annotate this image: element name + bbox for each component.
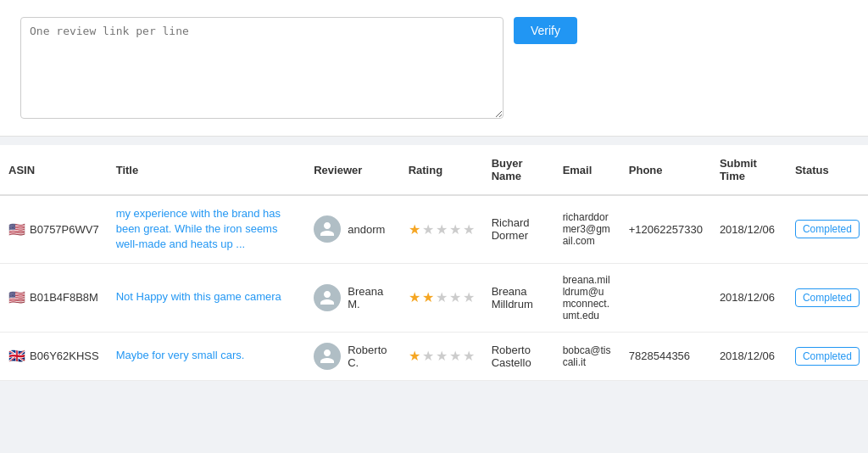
table-header-row: ASIN Title Reviewer Rating Buyer Name Em… — [0, 145, 868, 195]
star: ★ — [409, 221, 420, 238]
asin-value: B06Y62KHSS — [30, 350, 99, 362]
avatar — [314, 215, 341, 243]
flag-icon: 🇺🇸 — [8, 221, 25, 238]
cell-email: breana.milldrum@umconnect.umt.edu — [554, 263, 620, 332]
cell-phone: 7828544356 — [620, 332, 711, 380]
star: ★ — [409, 289, 420, 305]
col-rating: Rating — [400, 145, 483, 195]
verify-button[interactable]: Verify — [514, 17, 577, 44]
col-reviewer: Reviewer — [305, 145, 399, 195]
cell-asin: 🇺🇸B0757P6WV7 — [0, 195, 108, 263]
col-status: Status — [787, 145, 868, 195]
star: ★ — [422, 221, 434, 238]
star-rating: ★★★★★ — [409, 289, 475, 305]
cell-buyer-name: Roberto Castello — [483, 332, 554, 380]
cell-phone: +12062257330 — [620, 195, 711, 263]
star: ★ — [436, 221, 448, 238]
status-badge: Completed — [795, 347, 860, 366]
cell-reviewer: Breana M. — [305, 263, 399, 332]
cell-reviewer: Roberto C. — [305, 332, 399, 380]
review-links-textarea[interactable] — [20, 17, 504, 119]
top-section: Verify — [0, 0, 868, 137]
col-email: Email — [554, 145, 620, 195]
star-rating: ★★★★★ — [409, 221, 475, 238]
cell-submit-time: 2018/12/06 — [711, 195, 787, 263]
star: ★ — [422, 289, 434, 305]
star: ★ — [463, 221, 475, 238]
cell-status: Completed — [787, 263, 868, 332]
cell-title[interactable]: Maybe for very small cars. — [108, 332, 306, 380]
title-link[interactable]: Not Happy with this game camera — [116, 290, 281, 303]
cell-buyer-name: Breana Milldrum — [483, 263, 554, 332]
star: ★ — [449, 221, 461, 238]
reviews-table: ASIN Title Reviewer Rating Buyer Name Em… — [0, 145, 868, 381]
table-row: 🇺🇸B0757P6WV7my experience with the brand… — [0, 195, 868, 263]
cell-email: richarddormer3@gmail.com — [554, 195, 620, 263]
title-link[interactable]: my experience with the brand has been gr… — [116, 207, 281, 250]
table-section: ASIN Title Reviewer Rating Buyer Name Em… — [0, 145, 868, 381]
cell-asin: 🇬🇧B06Y62KHSS — [0, 332, 108, 380]
reviewer-name: andorm — [348, 223, 385, 236]
reviewer-name: Breana M. — [348, 285, 391, 310]
table-row: 🇬🇧B06Y62KHSSMaybe for very small cars. R… — [0, 332, 868, 380]
col-submit-time: Submit Time — [711, 145, 787, 195]
flag-icon: 🇺🇸 — [8, 289, 25, 305]
status-badge: Completed — [795, 288, 860, 307]
col-asin: ASIN — [0, 145, 108, 195]
cell-submit-time: 2018/12/06 — [711, 263, 787, 332]
star: ★ — [449, 289, 461, 305]
reviewer-name: Roberto C. — [348, 344, 391, 369]
avatar — [314, 284, 341, 311]
cell-rating: ★★★★★ — [400, 332, 483, 380]
cell-title[interactable]: Not Happy with this game camera — [108, 263, 306, 332]
cell-reviewer: andorm — [305, 195, 399, 263]
star: ★ — [422, 348, 434, 364]
cell-rating: ★★★★★ — [400, 195, 483, 263]
cell-status: Completed — [787, 332, 868, 380]
cell-email: bobca@tiscali.it — [554, 332, 620, 380]
flag-icon: 🇬🇧 — [8, 348, 25, 364]
title-link[interactable]: Maybe for very small cars. — [116, 349, 245, 361]
star: ★ — [463, 289, 475, 305]
status-badge: Completed — [795, 220, 860, 238]
cell-phone — [620, 263, 711, 332]
star: ★ — [436, 348, 448, 364]
cell-asin: 🇺🇸B01B4F8B8M — [0, 263, 108, 332]
star: ★ — [436, 289, 448, 305]
table-row: 🇺🇸B01B4F8B8MNot Happy with this game cam… — [0, 263, 868, 332]
star: ★ — [463, 348, 475, 364]
input-row: Verify — [20, 17, 848, 119]
col-title: Title — [108, 145, 306, 195]
cell-status: Completed — [787, 195, 868, 263]
star-rating: ★★★★★ — [409, 348, 475, 364]
avatar — [314, 343, 341, 370]
cell-buyer-name: Richard Dormer — [483, 195, 554, 263]
asin-value: B01B4F8B8M — [30, 291, 98, 304]
cell-submit-time: 2018/12/06 — [711, 332, 787, 380]
star: ★ — [449, 348, 461, 364]
star: ★ — [409, 348, 420, 364]
col-phone: Phone — [620, 145, 711, 195]
asin-value: B0757P6WV7 — [30, 223, 99, 236]
cell-rating: ★★★★★ — [400, 263, 483, 332]
cell-title[interactable]: my experience with the brand has been gr… — [108, 195, 306, 263]
col-buyer-name: Buyer Name — [483, 145, 554, 195]
